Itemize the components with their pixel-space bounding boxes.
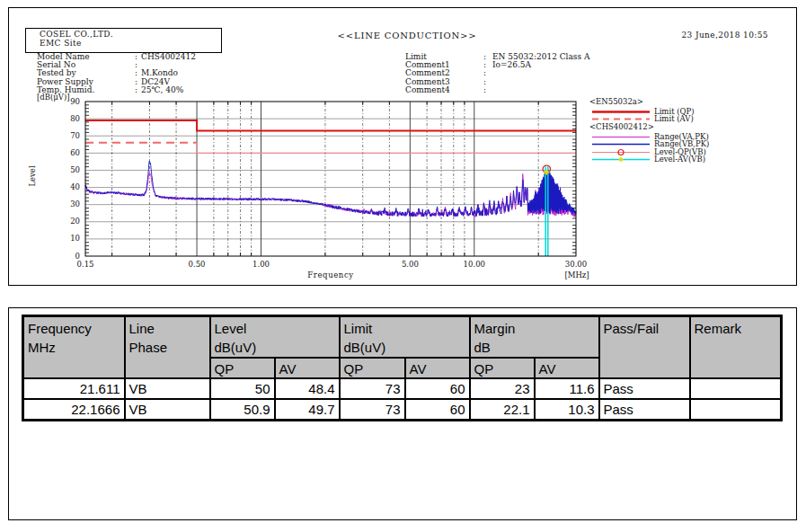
- plot-border: [85, 102, 576, 256]
- y-tick-label: 0: [53, 253, 80, 261]
- cell-limit-qp: 73: [340, 399, 405, 421]
- trace-Range(VA,PK): [85, 173, 576, 217]
- col-header-line-phase: Line Phase: [125, 316, 210, 379]
- col-header-level: Level dB(uV): [210, 316, 340, 359]
- x-tick-label: 10.00: [455, 261, 494, 269]
- subheader-level-av: AV: [275, 358, 340, 378]
- x-tick-label: 30.00: [556, 261, 596, 269]
- subheader-level-qp: QP: [210, 358, 275, 378]
- trace-Range(VB,PK): [85, 161, 576, 217]
- subheader-limit-av: AV: [405, 358, 470, 378]
- col-header-passfail: Pass/Fail: [599, 316, 690, 379]
- col-header-margin: Margin dB: [470, 316, 599, 359]
- y-tick-label: 40: [53, 183, 80, 191]
- table-row: 22.1666VB50.949.7736022.110.3Pass: [23, 399, 782, 421]
- legend-group-header: <EN55032a>: [589, 98, 643, 106]
- y-tick-label: 10: [53, 235, 80, 243]
- subheader-margin-qp: QP: [470, 358, 535, 378]
- subheader-margin-av: AV: [535, 358, 599, 378]
- cell-level-av: 48.4: [275, 378, 340, 399]
- y-tick-label: 60: [53, 149, 80, 157]
- cell-passfail: Pass: [599, 399, 690, 421]
- cell-limit-qp: 73: [340, 378, 405, 399]
- emc-report-page: { "labels": { "sep": ":" }, "header": { …: [0, 0, 806, 532]
- cell-limit-av: 60: [405, 378, 470, 399]
- cell-margin-qp: 22.1: [470, 399, 535, 421]
- cell-remark: [690, 378, 782, 399]
- limit-av-line: [197, 143, 576, 153]
- cell-line: VB: [125, 378, 210, 399]
- subheader-limit-qp: QP: [340, 358, 405, 378]
- limit-qp-line: [85, 120, 576, 131]
- col-header-remark: Remark: [690, 316, 782, 379]
- cell-margin-av: 10.3: [535, 399, 599, 421]
- legend-item-label: Limit (AV): [654, 115, 694, 123]
- legend-group-header: <CHS4002412>: [589, 123, 654, 131]
- legend-item-label: Level-AV(VB): [654, 155, 705, 164]
- cell-level-av: 49.7: [275, 399, 340, 421]
- y-tick-label: 90: [53, 98, 80, 106]
- x-tick-label: 0.15: [66, 261, 105, 269]
- cell-margin-qp: 23: [470, 378, 535, 399]
- table-row: 21.611VB5048.473602311.6Pass: [23, 378, 782, 399]
- report-chart-panel: COSEL CO.,LTD. EMC Site <<LINE CONDUCTIO…: [8, 7, 797, 286]
- y-tick-label: 80: [53, 115, 80, 123]
- x-tick-label: 5.00: [390, 261, 430, 269]
- cell-remark: [690, 399, 782, 421]
- y-tick-label: 30: [53, 200, 80, 208]
- cell-passfail: Pass: [599, 378, 690, 399]
- cell-level-qp: 50: [210, 378, 275, 399]
- results-table: Frequency MHz Line Phase Level dB(uV) Li…: [22, 315, 783, 421]
- y-tick-label: 50: [53, 166, 80, 174]
- col-header-frequency: Frequency MHz: [23, 316, 125, 379]
- y-tick-label: 70: [53, 132, 80, 140]
- legend-swatch: [592, 155, 650, 164]
- cell-frequency: 21.611: [23, 378, 125, 399]
- results-panel: Frequency MHz Line Phase Level dB(uV) Li…: [8, 307, 797, 520]
- cell-limit-av: 60: [405, 399, 470, 421]
- cell-margin-av: 11.6: [535, 378, 599, 399]
- y-tick-label: 20: [53, 217, 80, 226]
- col-header-limit: Limit dB(uV): [340, 316, 470, 359]
- cell-level-qp: 50.9: [210, 399, 275, 421]
- cell-frequency: 22.1666: [23, 399, 125, 421]
- x-tick-label: 0.50: [177, 261, 217, 269]
- cell-line: VB: [125, 399, 210, 421]
- x-tick-label: 1.00: [242, 261, 281, 269]
